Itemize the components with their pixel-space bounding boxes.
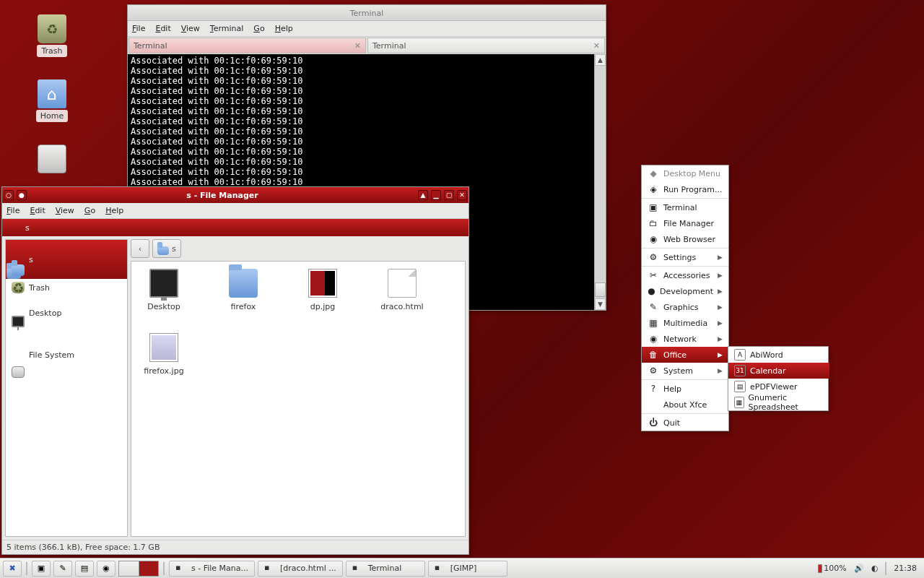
fm-menu-file[interactable]: File	[6, 206, 19, 215]
battery-indicator[interactable]: 100%	[818, 564, 846, 573]
desktop-icon-label: Trash	[37, 45, 66, 57]
window-menu-button[interactable]: ○	[4, 190, 14, 200]
menu-item-multimedia[interactable]: ▦Multimedia▶	[642, 315, 728, 331]
fm-toolbar: ‹ s	[131, 239, 466, 258]
submenu-item-epdfviewer[interactable]: ▤ePDFViewer	[728, 379, 829, 394]
task-terminal[interactable]: ▪Terminal	[346, 561, 425, 577]
window-up-button[interactable]: ▲	[418, 190, 428, 200]
menu-header: ◆Desktop Menu	[642, 165, 728, 181]
submenu-item-abiword[interactable]: AAbiWord	[728, 347, 829, 363]
menu-item-office[interactable]: 🗑Office▶	[642, 347, 728, 363]
launcher-browser[interactable]: ◉	[97, 561, 116, 577]
close-tab-icon[interactable]: ✕	[354, 41, 361, 51]
scroll-up-icon[interactable]: ▲	[595, 54, 606, 66]
clock[interactable]: 21:38	[894, 564, 917, 573]
scroll-thumb[interactable]	[595, 282, 606, 297]
sidebar-item-trash[interactable]: Trash	[6, 279, 127, 296]
back-button[interactable]: ‹	[131, 239, 149, 258]
workspace-2[interactable]	[139, 561, 159, 576]
network-icon[interactable]: ◐	[871, 564, 879, 573]
file-item-firefox.jpg[interactable]: firefox.jpg	[139, 333, 189, 376]
path-button[interactable]: s	[152, 239, 181, 258]
terminal-tab-2[interactable]: Terminal✕	[367, 38, 605, 53]
file-item-Desktop[interactable]: Desktop	[139, 269, 189, 311]
workspace-pager[interactable]	[118, 561, 159, 577]
desktop-icon	[149, 269, 178, 298]
sidebar-item-s[interactable]: s	[6, 240, 127, 279]
menu-go[interactable]: Go	[253, 24, 264, 33]
close-button[interactable]: ✕	[457, 190, 467, 200]
menu-view[interactable]: View	[181, 24, 200, 33]
task-icon: ▪	[264, 563, 276, 574]
xfce-menu-button[interactable]: ✖	[3, 561, 22, 577]
menu-item-file-manager[interactable]: 🗀File Manager	[642, 215, 728, 231]
menu-file[interactable]: File	[132, 24, 145, 33]
launcher-files[interactable]: ▤	[75, 561, 94, 577]
menu-item-accessories[interactable]: ✂Accessories▶	[642, 267, 728, 283]
terminal-tabs: Terminal✕ Terminal✕	[128, 37, 606, 54]
volume-icon[interactable]: 🔊	[854, 564, 864, 573]
terminal-titlebar[interactable]: Terminal	[128, 5, 606, 21]
submenu-arrow-icon: ▶	[718, 272, 723, 279]
desktop-icon-home[interactable]: Home	[29, 79, 75, 122]
fm-file-grid[interactable]: Desktopfirefoxdp.jpgdraco.htmlfirefox.jp…	[131, 261, 466, 537]
folder-icon	[229, 269, 258, 298]
drive-icon	[12, 366, 25, 378]
fm-title: s - File Manager	[28, 191, 417, 200]
menu-edit[interactable]: Edit	[155, 24, 170, 33]
terminal-tab-1[interactable]: Terminal✕	[128, 38, 366, 53]
file-manager-window: ○ ● s - File Manager ▲ ▁ ▢ ✕ File Edit V…	[1, 186, 469, 555]
folder-icon	[12, 264, 25, 276]
task--gimp-[interactable]: ▪[GIMP]	[428, 561, 507, 577]
sidebar-item-desktop[interactable]: Desktop	[6, 296, 127, 330]
menu-icon: 🗑	[648, 349, 659, 361]
file-item-dp.jpg[interactable]: dp.jpg	[297, 269, 348, 311]
fm-pathbar: s	[2, 219, 468, 236]
menu-help[interactable]: Help	[275, 24, 293, 33]
scroll-down-icon[interactable]: ▼	[595, 298, 606, 310]
desktop-icon-drive[interactable]	[29, 144, 75, 175]
app-icon: A	[734, 349, 746, 361]
terminal-scrollbar[interactable]: ▲ ▼	[594, 54, 606, 310]
menu-item-quit[interactable]: ⏻Quit	[642, 415, 728, 431]
fm-menu-edit[interactable]: Edit	[30, 206, 45, 215]
separator	[163, 562, 165, 575]
menu-icon: ?	[648, 383, 659, 394]
launcher-editor[interactable]: ✎	[53, 561, 72, 577]
fm-titlebar[interactable]: ○ ● s - File Manager ▲ ▁ ▢ ✕	[2, 187, 468, 203]
menu-item-graphics[interactable]: ✎Graphics▶	[642, 299, 728, 315]
menu-item-about-xfce[interactable]: About Xfce	[642, 397, 728, 413]
fm-menu-view[interactable]: View	[56, 206, 74, 215]
menu-item-terminal[interactable]: ▣Terminal	[642, 199, 728, 215]
maximize-button[interactable]: ▢	[444, 190, 454, 200]
submenu-item-calendar[interactable]: 31Calendar	[728, 363, 829, 379]
menu-item-run-program-[interactable]: ◈Run Program...	[642, 181, 728, 197]
file-item-draco.html[interactable]: draco.html	[377, 269, 427, 311]
menu-item-network[interactable]: ◉Network▶	[642, 331, 728, 347]
fm-sidebar: sTrashDesktopFile System	[5, 239, 128, 537]
task-s-file-mana-[interactable]: ▪s - File Mana...	[169, 561, 255, 577]
task--draco-html-[interactable]: ▪[draco.html ...	[258, 561, 343, 577]
app-icon: ▤	[734, 381, 746, 392]
file-item-firefox[interactable]: firefox	[218, 269, 269, 311]
sidebar-item-file-system[interactable]: File System	[6, 330, 127, 381]
submenu-item-gnumeric-spreadsheet[interactable]: ▦Gnumeric Spreadsheet	[728, 394, 829, 410]
launcher-terminal[interactable]: ▣	[32, 561, 51, 577]
menu-icon: ▣	[648, 202, 659, 213]
fm-menu-help[interactable]: Help	[105, 206, 123, 215]
menu-terminal[interactable]: Terminal	[210, 24, 244, 33]
fm-menu-go[interactable]: Go	[84, 206, 95, 215]
menu-item-settings[interactable]: ⚙Settings▶	[642, 249, 728, 265]
menu-item-web-browser[interactable]: ◉Web Browser	[642, 231, 728, 247]
workspace-1[interactable]	[119, 561, 139, 576]
menu-item-system[interactable]: ⚙System▶	[642, 363, 728, 379]
menu-item-development[interactable]: ●Development▶	[642, 283, 728, 299]
window-shade-button[interactable]: ●	[17, 190, 27, 200]
desktop-icon-trash[interactable]: Trash	[29, 14, 75, 57]
menu-item-help[interactable]: ?Help	[642, 381, 728, 397]
task-list: ▪s - File Mana...▪[draco.html ...▪Termin…	[169, 561, 507, 577]
minimize-button[interactable]: ▁	[431, 190, 441, 200]
close-tab-icon[interactable]: ✕	[593, 41, 600, 51]
submenu-arrow-icon: ▶	[718, 303, 723, 311]
menu-icon: ◉	[648, 233, 659, 245]
